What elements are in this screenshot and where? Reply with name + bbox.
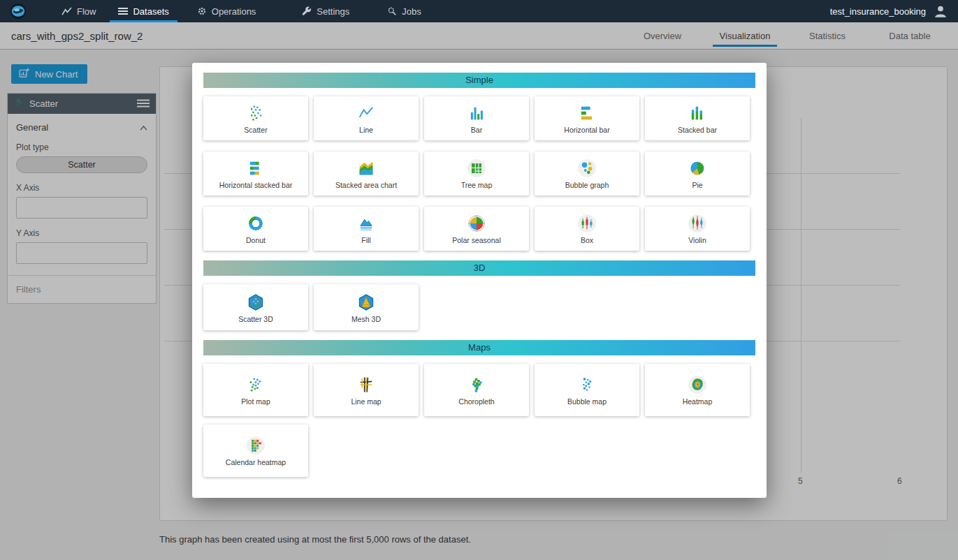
tile-scatter[interactable]: Scatter xyxy=(203,96,308,140)
jobs-icon xyxy=(387,6,397,16)
donut-chart-icon xyxy=(246,213,266,234)
tile-horizontal-stacked-bar[interactable]: Horizontal stacked bar xyxy=(203,152,308,196)
tile-line-map[interactable]: Line map xyxy=(314,364,419,416)
app-window: Flow Datasets Operations Settings Jobs t… xyxy=(0,0,958,560)
section-header-3d: 3D xyxy=(203,260,755,276)
plot-map-icon xyxy=(246,374,266,395)
nav-item-operations[interactable]: Operations xyxy=(186,0,268,22)
nav-item-label: Operations xyxy=(212,6,256,17)
tile-pie[interactable]: Pie xyxy=(645,152,750,196)
tile-violin[interactable]: Violin xyxy=(645,207,750,251)
settings-wrench-icon xyxy=(302,6,312,16)
tile-horizontal-bar[interactable]: Horizontal bar xyxy=(535,96,639,140)
section-header-maps: Maps xyxy=(203,340,755,355)
maps-tile-grid: Plot map Line map Choropleth Bubble map … xyxy=(203,364,755,477)
tile-stacked-area-chart[interactable]: Stacked area chart xyxy=(314,152,419,196)
stacked-area-chart-icon xyxy=(356,158,376,179)
tile-fill[interactable]: Fill xyxy=(314,207,419,251)
tile-stacked-bar[interactable]: Stacked bar xyxy=(645,96,750,140)
tile-box[interactable]: Box xyxy=(535,207,639,251)
flow-icon xyxy=(61,7,72,16)
stacked-bar-chart-icon xyxy=(688,103,707,124)
horizontal-stacked-bar-chart-icon xyxy=(246,158,266,179)
tile-plot-map[interactable]: Plot map xyxy=(203,364,308,416)
tile-bar[interactable]: Bar xyxy=(424,96,529,140)
chart-type-picker-modal: Simple Scatter Line Bar Horizontal bar S… xyxy=(192,63,767,498)
nav-item-settings[interactable]: Settings xyxy=(291,0,361,22)
fill-chart-icon xyxy=(356,213,376,234)
tile-calendar-heatmap[interactable]: Calendar heatmap xyxy=(203,425,308,477)
box-plot-icon xyxy=(577,213,597,234)
top-nav-bar: Flow Datasets Operations Settings Jobs t… xyxy=(0,0,958,22)
scatter-chart-icon xyxy=(246,103,266,124)
tile-bubble-map[interactable]: Bubble map xyxy=(535,364,639,416)
app-logo-icon[interactable] xyxy=(10,3,27,20)
tile-line[interactable]: Line xyxy=(314,96,419,140)
datasets-icon xyxy=(118,7,128,15)
3d-tile-grid: Scatter 3D Mesh 3D xyxy=(203,284,755,330)
tile-scatter-3d[interactable]: Scatter 3D xyxy=(203,284,308,330)
nav-item-label: Settings xyxy=(317,6,349,17)
nav-item-label: Datasets xyxy=(133,6,168,17)
horizontal-bar-chart-icon xyxy=(577,103,597,124)
calendar-heatmap-icon xyxy=(246,435,266,456)
tile-heatmap[interactable]: Heatmap xyxy=(645,364,750,416)
tile-donut[interactable]: Donut xyxy=(203,207,308,251)
project-name[interactable]: test_insurance_booking xyxy=(830,6,926,17)
bar-chart-icon xyxy=(467,103,486,124)
section-header-simple: Simple xyxy=(203,73,755,88)
mesh-3d-icon xyxy=(356,292,376,313)
nav-item-flow[interactable]: Flow xyxy=(50,0,107,22)
tile-tree-map[interactable]: Tree map xyxy=(424,152,529,196)
tile-bubble-graph[interactable]: Bubble graph xyxy=(535,152,639,196)
nav-item-label: Flow xyxy=(77,6,96,17)
bubble-graph-icon xyxy=(577,158,597,179)
nav-right: test_insurance_booking xyxy=(830,3,958,19)
violin-plot-icon xyxy=(688,213,707,234)
nav-item-jobs[interactable]: Jobs xyxy=(376,0,432,22)
pie-chart-icon xyxy=(688,158,707,179)
nav-item-label: Jobs xyxy=(402,6,421,17)
nav-items: Flow Datasets Operations Settings Jobs xyxy=(50,0,433,22)
tile-polar-seasonal[interactable]: Polar seasonal xyxy=(424,207,529,251)
line-chart-icon xyxy=(356,103,376,124)
tile-choropleth[interactable]: Choropleth xyxy=(424,364,529,416)
choropleth-map-icon xyxy=(467,374,486,395)
user-avatar-icon[interactable] xyxy=(933,3,948,19)
nav-item-datasets[interactable]: Datasets xyxy=(107,0,180,22)
polar-seasonal-chart-icon xyxy=(467,213,486,234)
operations-gear-icon xyxy=(197,6,207,16)
tile-mesh-3d[interactable]: Mesh 3D xyxy=(314,284,419,330)
simple-tile-grid: Scatter Line Bar Horizontal bar Stacked … xyxy=(203,96,755,251)
heatmap-icon xyxy=(688,374,707,395)
line-map-icon xyxy=(356,374,376,395)
bubble-map-icon xyxy=(577,374,597,395)
scatter-3d-icon xyxy=(246,292,266,313)
tree-map-icon xyxy=(467,158,486,179)
